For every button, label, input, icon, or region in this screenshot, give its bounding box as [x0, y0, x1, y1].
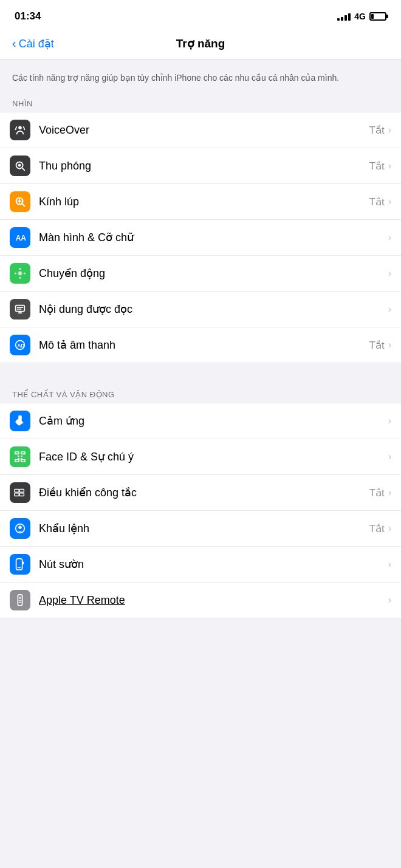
nav-bar: ‹ Cài đặt Trợ năng — [0, 30, 401, 60]
voicecontrol-label: Khẩu lệnh — [39, 522, 369, 535]
spoken-label: Nội dung được đọc — [39, 302, 385, 316]
chevron-right-icon: › — [388, 268, 391, 279]
svg-rect-28 — [19, 490, 24, 493]
switch-label: Điều khiển công tắc — [39, 486, 369, 499]
list-item[interactable]: Khẩu lệnh Tắt › — [0, 511, 401, 547]
touch-label: Cảm ứng — [39, 414, 385, 428]
svg-point-2 — [18, 164, 21, 167]
svg-point-31 — [18, 525, 22, 529]
zoom-icon — [10, 155, 30, 176]
list-item[interactable]: Nội dung được đọc › — [0, 292, 401, 327]
chevron-right-icon: › — [388, 340, 391, 350]
chevron-right-icon: › — [388, 451, 391, 462]
network-label: 4G — [354, 12, 366, 21]
list-item[interactable]: VoiceOver Tắt › — [0, 112, 401, 148]
svg-point-24 — [18, 456, 19, 457]
audiodesc-label: Mô tả âm thanh — [39, 338, 369, 352]
svg-line-5 — [22, 203, 24, 206]
list-item[interactable]: Face ID & Sự chú ý › — [0, 439, 401, 475]
section-gap — [0, 363, 401, 385]
svg-rect-35 — [18, 595, 22, 606]
voicecontrol-value: Tắt — [369, 522, 385, 535]
svg-rect-20 — [15, 452, 19, 454]
battery-icon — [369, 12, 386, 21]
svg-text:AA: AA — [16, 234, 27, 242]
status-bar: 01:34 4G — [0, 0, 401, 30]
chevron-right-icon: › — [388, 304, 391, 315]
settings-group-nhin: VoiceOver Tắt › Thu phóng Tắt › Kính lúp — [0, 112, 401, 363]
description-section: Các tính năng trợ năng giúp bạn tùy chỉn… — [0, 60, 401, 94]
status-time: 01:34 — [15, 10, 41, 22]
motion-icon — [10, 263, 30, 284]
magnifier-label: Kính lúp — [39, 196, 369, 208]
magnifier-icon — [10, 191, 30, 212]
zoom-label: Thu phóng — [39, 160, 369, 173]
chevron-right-icon: › — [388, 196, 391, 207]
svg-rect-23 — [21, 460, 25, 462]
motion-label: Chuyển động — [39, 267, 385, 280]
svg-rect-32 — [16, 559, 22, 570]
svg-rect-27 — [15, 493, 19, 496]
audiodesc-icon: AD — [10, 335, 30, 355]
list-item[interactable]: AA Màn hình & Cỡ chữ › — [0, 220, 401, 256]
sidebutton-label: Nút sườn — [39, 558, 385, 571]
page-title: Trợ năng — [176, 36, 225, 50]
svg-rect-22 — [15, 460, 19, 462]
signal-icon — [337, 12, 351, 21]
svg-line-3 — [22, 168, 24, 170]
voiceover-icon — [10, 120, 30, 140]
appletv-label: Apple TV Remote — [39, 594, 385, 607]
voicecontrol-icon — [10, 518, 30, 539]
list-item[interactable]: Thu phóng Tắt › — [0, 148, 401, 184]
zoom-value: Tắt — [369, 160, 385, 173]
display-label: Màn hình & Cỡ chữ — [39, 231, 385, 244]
svg-point-14 — [24, 273, 26, 275]
switch-icon — [10, 482, 30, 503]
faceid-icon — [10, 446, 30, 467]
touch-icon — [10, 411, 30, 431]
list-item[interactable]: Điều khiển công tắc Tắt › — [0, 475, 401, 511]
chevron-right-icon: › — [388, 160, 391, 171]
svg-point-11 — [19, 268, 21, 270]
chevron-right-icon: › — [388, 415, 391, 426]
voiceover-label: VoiceOver — [39, 124, 369, 137]
back-button[interactable]: ‹ Cài đặt — [12, 36, 54, 50]
magnifier-value: Tắt — [369, 196, 385, 208]
svg-point-13 — [15, 273, 16, 275]
list-item[interactable]: Kính lúp Tắt › — [0, 184, 401, 220]
chevron-right-icon: › — [388, 595, 391, 606]
list-item[interactable]: Cảm ứng › — [0, 403, 401, 439]
section-header-nhin: NHÌN — [0, 94, 401, 112]
back-label: Cài đặt — [19, 37, 54, 50]
chevron-right-icon: › — [388, 487, 391, 498]
svg-text:AD: AD — [17, 343, 24, 349]
audiodesc-value: Tắt — [369, 339, 385, 352]
chevron-right-icon: › — [388, 232, 391, 243]
voiceover-value: Tắt — [369, 124, 385, 137]
status-icons: 4G — [337, 12, 386, 21]
svg-rect-33 — [22, 561, 24, 564]
svg-point-25 — [21, 456, 22, 457]
spoken-icon — [10, 299, 30, 320]
section-header-physical: THỂ CHẤT VÀ VẬN ĐỘNG — [0, 385, 401, 403]
list-item[interactable]: AD Mô tả âm thanh Tắt › — [0, 327, 401, 363]
appletv-icon — [10, 590, 30, 610]
chevron-left-icon: ‹ — [12, 36, 16, 50]
list-item[interactable]: Chuyển động › — [0, 256, 401, 292]
svg-rect-26 — [15, 490, 19, 493]
list-item[interactable]: Apple TV Remote › — [0, 583, 401, 618]
svg-rect-29 — [19, 493, 24, 496]
list-item[interactable]: Nút sườn › — [0, 547, 401, 583]
svg-point-0 — [18, 126, 22, 130]
chevron-right-icon: › — [388, 559, 391, 570]
svg-point-12 — [19, 277, 21, 279]
svg-rect-15 — [16, 306, 25, 312]
faceid-label: Face ID & Sự chú ý — [39, 450, 385, 463]
svg-point-36 — [19, 597, 21, 600]
sidebutton-icon — [10, 554, 30, 575]
svg-point-10 — [19, 272, 21, 275]
switch-value: Tắt — [369, 487, 385, 499]
settings-group-physical: Cảm ứng › Face ID & Sự chú ý › — [0, 403, 401, 618]
chevron-right-icon: › — [388, 125, 391, 135]
description-text: Các tính năng trợ năng giúp bạn tùy chỉn… — [12, 72, 389, 84]
